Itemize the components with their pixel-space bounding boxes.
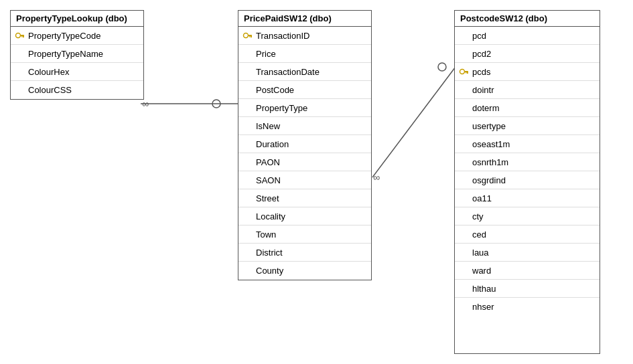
field-name: osnrth1m <box>472 157 508 167</box>
key-icon <box>15 30 25 41</box>
svg-rect-12 <box>251 36 252 37</box>
table-row: PropertyTypeCode <box>11 27 143 45</box>
table-row: hlthau <box>455 280 600 298</box>
table-row: Locality <box>238 207 371 225</box>
table-title-pricepaid: PricePaidSW12 (dbo) <box>238 11 371 27</box>
field-name: TransactionID <box>256 31 309 41</box>
field-name: doterm <box>472 103 499 113</box>
table-row: TransactionDate <box>238 63 371 81</box>
svg-rect-8 <box>23 36 24 37</box>
field-name: pcd2 <box>472 49 491 59</box>
table-row: dointr <box>455 81 600 99</box>
svg-text:∞: ∞ <box>373 172 380 183</box>
field-name: Price <box>256 49 276 59</box>
table-row: Duration <box>238 135 371 153</box>
field-name: PostCode <box>256 85 294 95</box>
field-name: oa11 <box>472 193 492 203</box>
field-name: Town <box>256 230 276 240</box>
svg-rect-15 <box>464 71 468 72</box>
table-row: doterm <box>455 99 600 117</box>
table-row: ced <box>455 225 600 244</box>
table-row: pcd <box>455 27 600 45</box>
field-name: ColourHex <box>28 67 69 77</box>
field-name: ced <box>472 230 486 240</box>
field-name: usertype <box>472 121 506 131</box>
svg-rect-13 <box>249 36 251 37</box>
table-row: pcds <box>455 63 600 81</box>
field-name: ColourCSS <box>28 85 72 95</box>
table-row: PropertyType <box>238 99 371 117</box>
table-row: PAON <box>238 153 371 171</box>
table-postcode: PostcodeSW12 (dbo) pcd pcd2 <box>454 10 600 354</box>
field-name: osgrdind <box>472 175 506 185</box>
table-row: PostCode <box>238 81 371 99</box>
table-row: cty <box>455 207 600 225</box>
table-row: District <box>238 244 371 262</box>
table-title-postcode: PostcodeSW12 (dbo) <box>455 11 600 27</box>
svg-line-3 <box>372 67 455 177</box>
field-name: District <box>256 248 283 258</box>
svg-point-14 <box>460 70 465 74</box>
key-icon <box>242 30 253 41</box>
diagram-area: ∞ ∞ PropertyTypeLookup (dbo) Prope <box>0 0 633 364</box>
field-name: PAON <box>256 157 280 167</box>
table-row: PropertyTypeName <box>11 45 143 63</box>
field-name: PropertyTypeCode <box>28 31 100 41</box>
table-row: SAON <box>238 171 371 189</box>
field-name: oseast1m <box>472 139 510 149</box>
field-name: cty <box>472 211 484 221</box>
table-row: ColourHex <box>11 63 143 81</box>
table-row: oseast1m <box>455 135 600 153</box>
svg-rect-16 <box>467 72 468 74</box>
svg-point-5 <box>438 63 446 71</box>
table-row: ColourCSS <box>11 81 143 99</box>
field-name: dointr <box>472 85 494 95</box>
field-name: IsNew <box>256 121 280 131</box>
field-name: laua <box>472 248 489 258</box>
table-row: County <box>238 262 371 280</box>
svg-point-10 <box>244 33 249 38</box>
svg-rect-11 <box>248 35 252 36</box>
table-row: TransactionID <box>238 27 371 45</box>
table-row: Street <box>238 189 371 207</box>
field-name: ward <box>472 266 491 276</box>
field-name: Locality <box>256 211 285 221</box>
field-name: SAON <box>256 175 281 185</box>
svg-text:∞: ∞ <box>142 98 149 109</box>
table-row: nhser <box>455 298 600 314</box>
table-row: usertype <box>455 117 600 135</box>
table-row: Price <box>238 45 371 63</box>
svg-rect-17 <box>466 72 467 74</box>
field-name: hlthau <box>472 284 496 294</box>
field-name: PropertyType <box>256 103 307 113</box>
table-row: IsNew <box>238 117 371 135</box>
table-row: laua <box>455 244 600 262</box>
table-row: ward <box>455 262 600 280</box>
postcode-scroll[interactable]: pcd pcd2 pcds dointr <box>455 27 600 314</box>
table-row: osnrth1m <box>455 153 600 171</box>
table-propertytype-lookup: PropertyTypeLookup (dbo) PropertyTypeCod… <box>10 10 144 100</box>
svg-rect-9 <box>21 36 23 37</box>
table-row: oa11 <box>455 189 600 207</box>
svg-point-6 <box>16 33 21 38</box>
field-name: pcds <box>472 67 490 77</box>
field-name: Street <box>256 193 279 203</box>
field-name: County <box>256 266 283 276</box>
key-icon <box>459 66 470 77</box>
field-name: Duration <box>256 139 289 149</box>
field-name: nhser <box>472 302 494 312</box>
svg-rect-7 <box>20 35 24 36</box>
table-title-propertytype: PropertyTypeLookup (dbo) <box>11 11 143 27</box>
field-name: pcd <box>472 31 486 41</box>
field-name: TransactionDate <box>256 67 320 77</box>
table-row: Town <box>238 225 371 244</box>
table-pricepaid: PricePaidSW12 (dbo) TransactionID Price <box>238 10 372 280</box>
field-name: PropertyTypeName <box>28 49 103 59</box>
table-row: osgrdind <box>455 171 600 189</box>
table-row: pcd2 <box>455 45 600 63</box>
svg-point-1 <box>212 100 220 108</box>
